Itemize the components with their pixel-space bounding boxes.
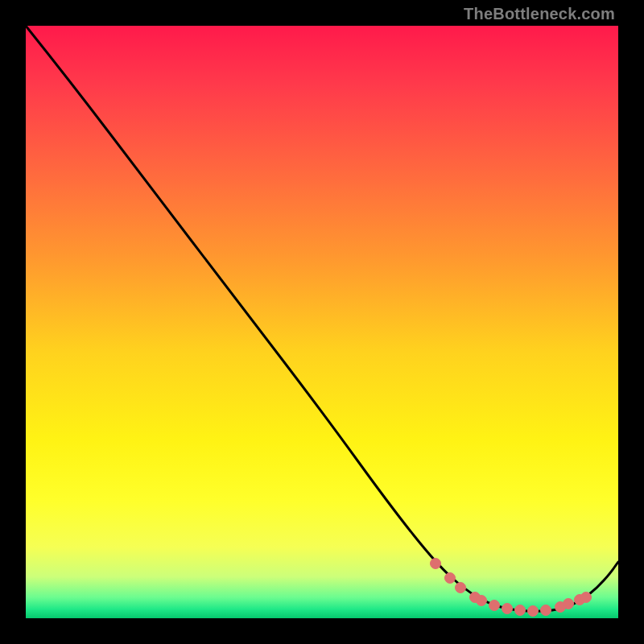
watermark-text: TheBottleneck.com (464, 5, 615, 23)
curve-marker (431, 559, 441, 569)
curve-marker (502, 604, 513, 614)
bottleneck-curve (26, 26, 618, 611)
curve-layer (26, 26, 618, 618)
curve-marker (564, 599, 574, 609)
curve-marker (456, 583, 466, 593)
plot-area (26, 26, 618, 618)
curve-marker (445, 573, 456, 584)
curve-marker (528, 606, 539, 617)
curve-marker (477, 596, 487, 606)
curve-marker (541, 605, 551, 616)
curve-markers (431, 559, 592, 617)
chart-frame: TheBottleneck.com (0, 0, 644, 644)
curve-marker (515, 605, 526, 616)
curve-marker (581, 592, 592, 603)
curve-marker (489, 601, 500, 611)
